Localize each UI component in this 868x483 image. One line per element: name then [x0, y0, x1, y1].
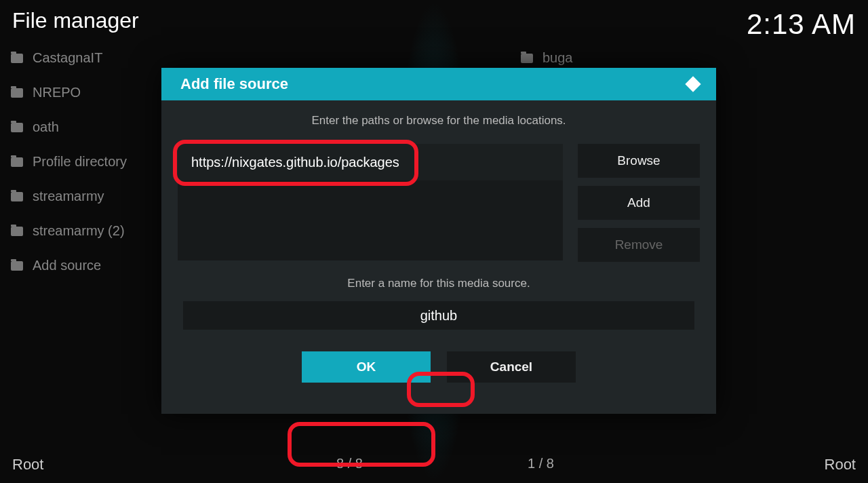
path-value: https://nixgates.github.io/packages: [191, 155, 399, 170]
footer-count-right: 1 / 8: [528, 456, 554, 471]
footer: Root 8 / 8 1 / 8 Root: [12, 456, 856, 474]
list-item-label: Profile directory: [33, 154, 127, 170]
path-row: https://nixgates.github.io/packages Brow…: [178, 144, 700, 262]
list-item-label: oath: [33, 119, 59, 135]
folder-icon: [521, 54, 533, 63]
side-buttons: Browse Add Remove: [578, 144, 700, 262]
page-title: File manager: [12, 8, 139, 33]
dialog-footer: OK Cancel: [178, 351, 700, 383]
name-value: github: [420, 308, 458, 324]
ok-button[interactable]: OK: [302, 351, 431, 383]
dialog-header: Add file source: [161, 68, 716, 100]
footer-left: Root: [12, 456, 43, 474]
instruction-name: Enter a name for this media source.: [178, 277, 700, 290]
path-input[interactable]: https://nixgates.github.io/packages: [178, 144, 563, 180]
remove-button[interactable]: Remove: [578, 228, 700, 262]
clock: 2:13 AM: [747, 8, 856, 41]
dialog-body: Enter the paths or browse for the media …: [161, 100, 716, 396]
list-item-label: Add source: [33, 258, 101, 273]
folder-icon: [11, 192, 23, 201]
footer-count-left: 8 / 8: [336, 456, 363, 471]
name-input[interactable]: github: [183, 301, 694, 330]
list-item-label: buga: [542, 50, 573, 66]
cancel-button[interactable]: Cancel: [447, 351, 576, 383]
folder-icon: [11, 88, 23, 98]
folder-icon: [11, 54, 23, 63]
list-item-label: streamarmy: [33, 189, 104, 204]
dialog-title: Add file source: [180, 75, 288, 93]
folder-icon: [11, 157, 23, 167]
browse-button[interactable]: Browse: [578, 144, 700, 178]
kodi-logo-icon: [684, 75, 703, 94]
add-file-source-dialog: Add file source Enter the paths or brows…: [161, 68, 716, 414]
folder-icon: [11, 227, 23, 236]
list-item-label: NREPO: [33, 85, 81, 100]
header: File manager 2:13 AM: [12, 8, 856, 41]
folder-icon: [11, 261, 23, 271]
add-button[interactable]: Add: [578, 186, 700, 220]
footer-right: Root: [825, 456, 856, 474]
list-item-label: CastagnaIT: [33, 50, 102, 66]
path-list: https://nixgates.github.io/packages: [178, 144, 563, 260]
instruction-paths: Enter the paths or browse for the media …: [178, 114, 700, 128]
list-item-label: streamarmy (2): [33, 223, 125, 239]
folder-icon: [11, 123, 23, 132]
